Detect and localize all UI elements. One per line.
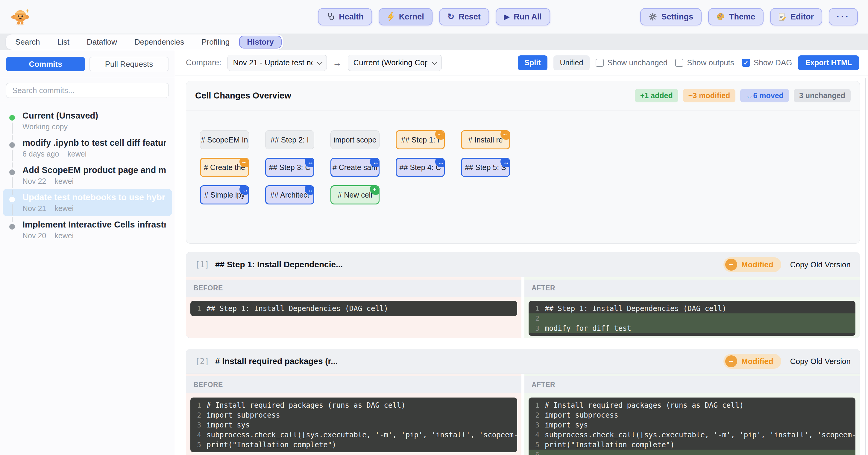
modified-status-label: Modified xyxy=(741,260,773,269)
line-number: 1 xyxy=(190,305,207,312)
cell-chip-unchanged[interactable]: import scope xyxy=(331,130,379,149)
compare-from-select[interactable]: Nov 21 - Update test notebook xyxy=(227,55,327,71)
line-number: 3 xyxy=(190,421,207,429)
theme-button[interactable]: Theme xyxy=(708,8,764,25)
unified-view-button[interactable]: Unified xyxy=(553,55,590,70)
settings-label: Settings xyxy=(661,12,693,22)
commit-item[interactable]: Implement Interactive Cells infrastructu… xyxy=(3,216,172,243)
commit-title: Update test notebooks to use hybrid DAG … xyxy=(23,192,166,202)
checkbox-show-dag[interactable]: ✓Show DAG xyxy=(742,58,792,67)
vertical-scrollbar[interactable] xyxy=(865,78,866,455)
cell-chip-moved[interactable]: # Simple ipy↔ xyxy=(200,185,249,205)
code-line: 2import subprocess xyxy=(529,410,856,420)
search-commits-input[interactable] xyxy=(6,83,169,98)
cell-chip-added[interactable]: # New cell+ xyxy=(331,185,379,205)
cell-chip-modified[interactable]: # Create the~ xyxy=(200,158,249,177)
run-all-button[interactable]: ▶Run All xyxy=(496,8,550,25)
tab-list[interactable]: List xyxy=(50,36,77,49)
commit-meta: Nov 20kewei xyxy=(23,232,166,240)
reset-button[interactable]: ↻Reset xyxy=(439,8,489,25)
unchecked-checkbox-icon[interactable] xyxy=(675,59,683,67)
editor-button[interactable]: Editor xyxy=(770,8,822,25)
commit-item[interactable]: Add ScopeEM product page and multi-proje… xyxy=(3,162,172,189)
segment-commits[interactable]: Commits xyxy=(6,57,85,71)
cell-changes-overview-card: Cell Changes Overview +1 added~3 modifie… xyxy=(186,81,860,244)
settings-button[interactable]: Settings xyxy=(640,8,702,25)
health-button[interactable]: Health xyxy=(318,8,372,25)
cell-chip-label: ## Step 2: I xyxy=(271,135,309,144)
tab-profiling[interactable]: Profiling xyxy=(194,36,237,49)
cell-chip-modified[interactable]: # Install re~ xyxy=(461,130,510,149)
cell-chip-moved[interactable]: ## Step 5: S↔ xyxy=(461,158,510,177)
line-number: 2 xyxy=(190,411,207,419)
export-html-button[interactable]: Export HTML xyxy=(798,55,859,70)
timeline-segment xyxy=(12,204,12,215)
unchecked-checkbox-icon[interactable] xyxy=(596,59,604,67)
line-number: 5 xyxy=(190,441,207,449)
diff-card: [1]## Step 1: Install Dependencie...~Mod… xyxy=(186,252,860,338)
kernel-button[interactable]: Kernel xyxy=(379,8,433,25)
reset-icon: ↻ xyxy=(447,12,454,21)
header-actions-right: SettingsThemeEditor··· xyxy=(640,8,858,25)
line-number: 2 xyxy=(529,411,545,419)
compare-to-select[interactable]: Current (Working Copy) xyxy=(348,55,442,71)
line-text: import sys xyxy=(207,421,250,429)
commit-date: Nov 20 xyxy=(23,232,46,240)
line-text: modify for diff test xyxy=(545,324,631,333)
palette-icon xyxy=(717,12,725,21)
commit-title: modify .ipynb to test cell diff feature xyxy=(23,138,166,148)
checked-checkbox-icon[interactable]: ✓ xyxy=(742,59,750,67)
cell-chip-unchanged[interactable]: # ScopeEM In xyxy=(200,130,249,149)
diff-card: [2]# Install required packages (r...~Mod… xyxy=(186,349,860,455)
added-code-line: 3modify for diff test xyxy=(529,323,856,333)
compare-label: Compare: xyxy=(186,58,221,67)
cell-chip-label: ## Step 4: C xyxy=(400,163,441,172)
memo-icon xyxy=(778,12,786,21)
before-pane: BEFORE1# Install required packages (runs… xyxy=(186,374,521,455)
copy-old-version-button[interactable]: Copy Old Version xyxy=(790,260,850,269)
cell-chip-moved[interactable]: ## Step 4: C↔ xyxy=(396,158,445,177)
commit-list: Current (Unsaved)Working copymodify .ipy… xyxy=(0,103,175,243)
line-number: 3 xyxy=(529,325,545,332)
after-pane: AFTER1# Install required packages (runs … xyxy=(524,374,860,455)
code-line: 1# Install required packages (runs as DA… xyxy=(529,400,856,410)
diff-header-actions: ~ModifiedCopy Old Version xyxy=(723,257,850,272)
more-label: ··· xyxy=(837,12,850,22)
cell-chip-moved[interactable]: ## Step 3: C↔ xyxy=(265,158,314,177)
tab-dependencies[interactable]: Dependencies xyxy=(127,36,192,49)
header-actions-center: HealthKernel↻Reset▶Run All xyxy=(318,8,550,25)
diff-card-header: [2]# Install required packages (r...~Mod… xyxy=(186,349,860,374)
tab-history[interactable]: History xyxy=(239,36,282,49)
split-view-button[interactable]: Split xyxy=(518,55,547,70)
tab-dataflow[interactable]: Dataflow xyxy=(79,36,125,49)
commit-item[interactable]: modify .ipynb to test cell diff feature6… xyxy=(3,134,172,162)
cell-chip-moved[interactable]: # Create sam↔ xyxy=(331,158,379,177)
cell-chip-label: import scope xyxy=(334,135,376,144)
segment-pull-requests[interactable]: Pull Requests xyxy=(89,57,169,71)
code-line: 4subprocess.check_call([sys.executable, … xyxy=(529,430,856,440)
commit-meta: Nov 21kewei xyxy=(23,204,166,213)
copy-old-version-button[interactable]: Copy Old Version xyxy=(790,357,850,366)
cell-chip-label: # Install re xyxy=(468,135,502,144)
timeline-segment xyxy=(12,177,12,188)
code-line: 4subprocess.check_call([sys.executable, … xyxy=(190,430,517,440)
line-text: print("Installation complete") xyxy=(207,441,336,449)
checkbox-show-outputs[interactable]: Show outputs xyxy=(675,58,734,67)
cell-chip-unchanged[interactable]: ## Step 2: I xyxy=(265,130,314,149)
commits-pr-segmented-control: CommitsPull Requests xyxy=(0,50,175,78)
more-button[interactable]: ··· xyxy=(829,8,858,25)
cell-chip-modified[interactable]: ## Step 1: I~ xyxy=(396,130,445,149)
line-text: ## Step 1: Install Dependencies (DAG cel… xyxy=(545,304,726,313)
checkbox-show-unchanged[interactable]: Show unchanged xyxy=(596,58,668,67)
commit-item[interactable]: Current (Unsaved)Working copy xyxy=(3,107,172,134)
line-number: 4 xyxy=(190,431,207,439)
line-text: # Install required packages (runs as DAG… xyxy=(207,401,406,410)
timeline-segment xyxy=(12,135,12,141)
checkbox-label: Show DAG xyxy=(754,58,792,67)
tab-search[interactable]: Search xyxy=(7,36,48,49)
commit-item[interactable]: Update test notebooks to use hybrid DAG … xyxy=(3,189,172,216)
cell-chip-moved[interactable]: ## Architect↔ xyxy=(265,185,314,205)
before-label: BEFORE xyxy=(186,376,521,393)
gear-icon xyxy=(649,12,657,21)
history-sidebar: CommitsPull Requests Current (Unsaved)Wo… xyxy=(0,50,175,455)
